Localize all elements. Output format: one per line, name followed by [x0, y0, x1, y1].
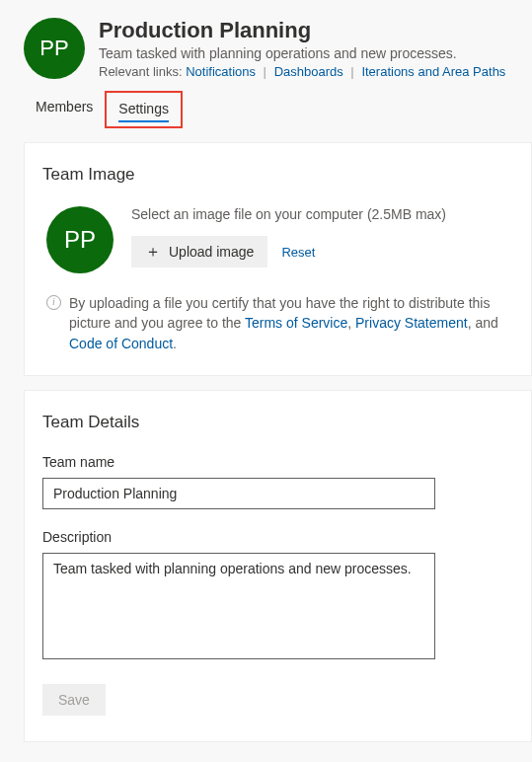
team-image-preview: PP	[46, 206, 114, 273]
relevant-links-label: Relevant links:	[99, 64, 183, 79]
tab-members[interactable]: Members	[24, 91, 105, 128]
link-privacy-statement[interactable]: Privacy Statement	[355, 315, 468, 331]
upload-actions: ＋ Upload image Reset	[131, 236, 513, 267]
link-code-of-conduct[interactable]: Code of Conduct	[69, 336, 173, 351]
team-details-heading: Team Details	[42, 413, 513, 432]
upload-hint: Select an image file on your computer (2…	[131, 206, 513, 222]
period: .	[173, 336, 177, 351]
separator: , and	[468, 315, 498, 331]
link-iterations[interactable]: Iterations and Area Paths	[361, 64, 505, 79]
separator: ,	[347, 315, 355, 331]
link-terms-of-service[interactable]: Terms of Service	[245, 315, 347, 331]
separator: |	[346, 64, 357, 79]
info-icon: i	[46, 295, 61, 310]
header-text: Production Planning Team tasked with pla…	[99, 18, 505, 79]
link-dashboards[interactable]: Dashboards	[274, 64, 343, 79]
upload-image-button[interactable]: ＋ Upload image	[131, 236, 267, 267]
team-image-card: Team Image PP Select an image file on yo…	[24, 142, 532, 376]
team-details-card: Team Details Team name Description Save	[24, 390, 532, 742]
relevant-links-row: Relevant links: Notifications | Dashboar…	[99, 64, 505, 79]
team-name-label: Team name	[42, 454, 513, 470]
team-name-input[interactable]	[42, 478, 435, 509]
link-notifications[interactable]: Notifications	[186, 64, 256, 79]
plus-icon: ＋	[145, 244, 161, 260]
upload-column: Select an image file on your computer (2…	[131, 206, 513, 267]
tab-settings[interactable]: Settings	[105, 91, 183, 128]
upload-disclaimer: i By uploading a file you certify that y…	[42, 293, 513, 353]
separator: |	[260, 64, 270, 79]
team-avatar: PP	[24, 18, 85, 79]
page-header: PP Production Planning Team tasked with …	[0, 0, 532, 79]
team-image-heading: Team Image	[42, 165, 513, 185]
tab-bar: Members Settings	[0, 79, 532, 128]
disclaimer-text: By uploading a file you certify that you…	[69, 293, 509, 353]
upload-button-label: Upload image	[169, 244, 254, 260]
description-label: Description	[42, 529, 513, 545]
description-textarea[interactable]	[42, 553, 435, 659]
team-title: Production Planning	[99, 18, 505, 43]
team-image-row: PP Select an image file on your computer…	[42, 206, 513, 273]
save-button[interactable]: Save	[42, 684, 106, 716]
reset-link[interactable]: Reset	[281, 245, 315, 260]
team-subtitle: Team tasked with planning operations and…	[99, 45, 505, 61]
